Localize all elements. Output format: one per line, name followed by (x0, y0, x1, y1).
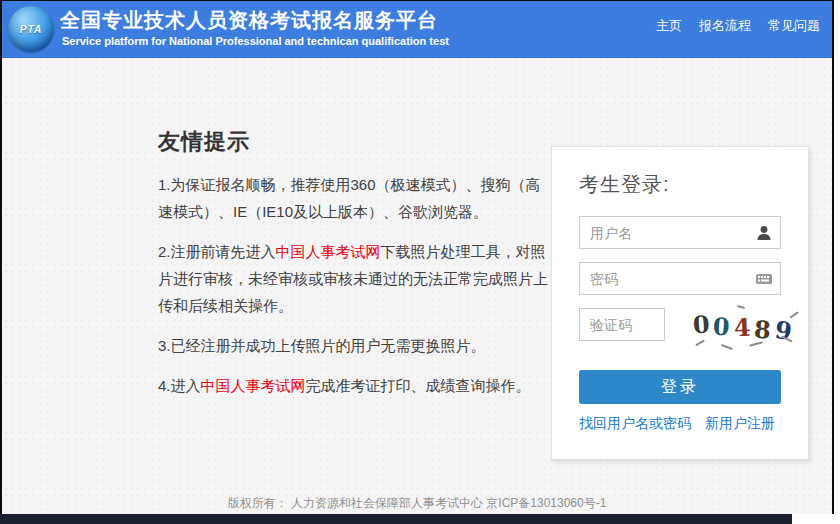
site-title: 全国专业技术人员资格考试报名服务平台 (60, 7, 438, 34)
register-link[interactable]: 新用户注册 (705, 415, 775, 433)
keyboard-icon (755, 270, 773, 288)
tip-item-4: 4.进入中国人事考试网完成准考证打印、成绩查询操作。 (158, 372, 550, 399)
copyright-notice: 版权所有： 人力资源和社会保障部人事考试中心 京ICP备13013060号-1 (2, 495, 832, 512)
tip-1-text: 1.为保证报名顺畅，推荐使用360（极速模式）、搜狗（高速模式）、IE（IE10… (158, 176, 541, 220)
login-links: 找回用户名或密码 新用户注册 (579, 415, 781, 433)
captcha-noise (721, 344, 733, 350)
site-header: PTA 全国专业技术人员资格考试报名服务平台 Service platform … (2, 1, 832, 58)
login-button[interactable]: 登录 (579, 370, 781, 404)
nav-process-link[interactable]: 报名流程 (699, 17, 751, 35)
captcha-digit: 0 (692, 309, 711, 339)
nav-home-link[interactable]: 主页 (656, 17, 682, 35)
captcha-digit: 8 (753, 314, 772, 344)
tip-2-text-before: 2.注册前请先进入 (158, 243, 276, 260)
header-nav: 主页 报名流程 常见问题 (656, 17, 820, 35)
forgot-password-link[interactable]: 找回用户名或密码 (579, 415, 691, 433)
login-heading: 考生登录: (579, 171, 781, 198)
cpta-site-link-2[interactable]: 中国人事考试网 (201, 377, 306, 394)
password-input[interactable] (579, 262, 781, 295)
captcha-noise (737, 305, 745, 309)
captcha-image[interactable]: 0 0 4 8 9 (691, 302, 801, 348)
captcha-digit: 4 (733, 313, 751, 343)
password-row (579, 262, 781, 295)
pta-logo: PTA (8, 6, 54, 52)
user-icon (755, 224, 773, 242)
friendly-tips: 友情提示 1.为保证报名顺畅，推荐使用360（极速模式）、搜狗（高速模式）、IE… (158, 127, 550, 412)
tip-item-3: 3.已经注册并成功上传照片的用户无需更换照片。 (158, 332, 550, 359)
username-input[interactable] (579, 216, 781, 249)
site-subtitle: Service platform for National Profession… (62, 35, 449, 47)
tip-4-text-before: 4.进入 (158, 377, 201, 394)
page: PTA 全国专业技术人员资格考试报名服务平台 Service platform … (0, 0, 840, 524)
tip-item-1: 1.为保证报名顺畅，推荐使用360（极速模式）、搜狗（高速模式）、IE（IE10… (158, 171, 550, 225)
cpta-site-link[interactable]: 中国人事考试网 (276, 243, 381, 260)
captcha-noise (789, 311, 798, 318)
login-panel: 考生登录: (551, 146, 809, 460)
tips-heading: 友情提示 (158, 127, 550, 157)
site-frame: PTA 全国专业技术人员资格考试报名服务平台 Service platform … (0, 0, 834, 514)
captcha-input[interactable] (579, 308, 665, 341)
bottom-bar (0, 514, 792, 524)
captcha-row: 0 0 4 8 9 (579, 308, 781, 341)
tip-4-text-after: 完成准考证打印、成绩查询操作。 (306, 377, 531, 394)
nav-faq-link[interactable]: 常见问题 (768, 17, 820, 35)
username-row (579, 216, 781, 249)
tip-item-2: 2.注册前请先进入中国人事考试网下载照片处理工具，对照片进行审核，未经审核或审核… (158, 238, 550, 319)
pta-logo-text: PTA (20, 24, 42, 35)
captcha-digit: 0 (712, 312, 730, 342)
captcha-noise (695, 340, 704, 346)
tip-3-text: 3.已经注册并成功上传照片的用户无需更换照片。 (158, 337, 486, 354)
